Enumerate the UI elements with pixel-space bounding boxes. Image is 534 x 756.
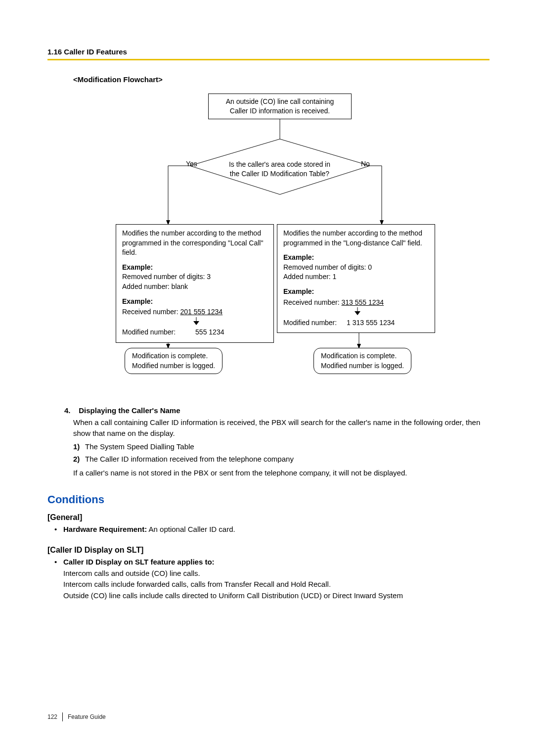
flow-left-modnum: Modified number: 555 1234 — [122, 328, 267, 337]
list-item-1-text: The System Speed Dialling Table — [85, 442, 194, 451]
flow-no-label: No — [361, 160, 370, 168]
slt-b1-l1: Intercom calls and outside (CO) line cal… — [63, 569, 200, 577]
header-rule — [47, 59, 490, 60]
flow-right-received: Received number: 313 555 1234 — [283, 298, 429, 308]
flow-decision-text: Is the caller's area code stored in the … — [217, 160, 343, 179]
flow-decision-l1: Is the caller's area code stored in — [217, 160, 343, 169]
flow-left-box: Modifies the number according to the met… — [116, 224, 274, 343]
list-item-2: 2)The Caller ID information received fro… — [73, 454, 490, 465]
general-b1-label: Hardware Requirement: — [63, 525, 147, 533]
slt-b1-l2: Intercom calls include forwarded calls, … — [63, 580, 331, 588]
flow-yes-label: Yes — [186, 160, 197, 168]
flow-end-right: Modification is complete. Modified numbe… — [313, 348, 411, 374]
general-b1-text: An optional Caller ID card. — [147, 525, 235, 533]
section-4-title: Displaying the Caller's Name — [79, 406, 180, 415]
section-4-para2: If a caller's name is not stored in the … — [73, 468, 490, 478]
flow-end-left-l2: Modified number is logged. — [132, 361, 215, 371]
svg-marker-13 — [193, 321, 199, 325]
flow-end-left-l1: Modification is complete. — [132, 351, 215, 361]
flow-left-modnum-val: 555 1234 — [195, 328, 224, 336]
flow-right-modnum-label: Modified number: — [283, 319, 337, 327]
flow-right-eg1-label: Example: — [283, 253, 429, 263]
section-4-list: 1)The System Speed Dialling Table 2)The … — [73, 441, 490, 465]
flow-right-modnum-val: 1 313 555 1234 — [347, 319, 395, 327]
section-4-num: 4. — [64, 406, 71, 415]
flow-start-l2: Caller ID information is received. — [213, 106, 347, 116]
flow-right-para: Modifies the number according to the met… — [283, 229, 429, 248]
flow-right-received-num: 313 555 1234 — [342, 298, 384, 306]
section-4-para: When a call containing Caller ID informa… — [73, 417, 490, 439]
section-header: 1.16 Caller ID Features — [47, 47, 490, 56]
page-footer: 122 Feature Guide — [47, 712, 106, 721]
flow-left-eg2-label: Example: — [122, 297, 267, 307]
list-item-2-text: The Caller ID information received from … — [85, 455, 294, 463]
flow-end-left: Modification is complete. Modified numbe… — [125, 348, 222, 374]
flow-right-received-pre: Received number: — [283, 298, 342, 306]
flow-start-box: An outside (CO) line call containing Cal… — [208, 94, 352, 119]
page-number: 122 — [47, 713, 57, 720]
flow-right-inline-arrow — [283, 307, 429, 317]
flow-left-eg1-label: Example: — [122, 263, 267, 273]
flow-left-eg1b: Added number: blank — [122, 282, 267, 292]
footer-separator — [62, 712, 63, 721]
flow-decision-l2: the Caller ID Modification Table? — [217, 169, 343, 179]
flow-right-modnum: Modified number: 1 313 555 1234 — [283, 318, 429, 328]
flow-end-right-l2: Modified number is logged. — [321, 361, 404, 371]
flow-right-eg1b: Added number: 1 — [283, 272, 429, 282]
slt-b1-label: Caller ID Display on SLT feature applies… — [63, 558, 215, 566]
footer-guide: Feature Guide — [68, 713, 106, 720]
flow-left-inline-arrow — [122, 317, 267, 327]
slt-bullet-1: Caller ID Display on SLT feature applies… — [63, 557, 490, 601]
flow-right-eg2-label: Example: — [283, 287, 429, 297]
flowchart: An outside (CO) line call containing Cal… — [67, 91, 490, 397]
flow-right-eg1a: Removed number of digits: 0 — [283, 263, 429, 273]
svg-marker-15 — [355, 311, 360, 315]
flow-left-modnum-label: Modified number: — [122, 328, 176, 336]
general-subhead: [General] — [47, 513, 490, 522]
list-item-1: 1)The System Speed Dialling Table — [73, 441, 490, 452]
flow-left-eg1a: Removed number of digits: 3 — [122, 272, 267, 282]
general-bullet-1: Hardware Requirement: An optional Caller… — [63, 524, 490, 535]
flow-left-received-num: 201 555 1234 — [180, 308, 223, 316]
conditions-heading: Conditions — [47, 493, 490, 506]
flow-left-para: Modifies the number according to the met… — [122, 229, 267, 258]
flow-left-received-pre: Received number: — [122, 308, 180, 316]
flow-left-received: Received number: 201 555 1234 — [122, 307, 267, 317]
slt-b1-l3: Outside (CO) line calls include calls di… — [63, 591, 403, 600]
flow-right-box: Modifies the number according to the met… — [277, 224, 435, 333]
section-4: 4. Displaying the Caller's Name When a c… — [64, 405, 490, 478]
flow-end-right-l1: Modification is complete. — [321, 351, 404, 361]
flow-start-l1: An outside (CO) line call containing — [213, 97, 347, 106]
flowchart-title: <Modification Flowchart> — [73, 75, 490, 84]
slt-subhead: [Caller ID Display on SLT] — [47, 546, 490, 555]
